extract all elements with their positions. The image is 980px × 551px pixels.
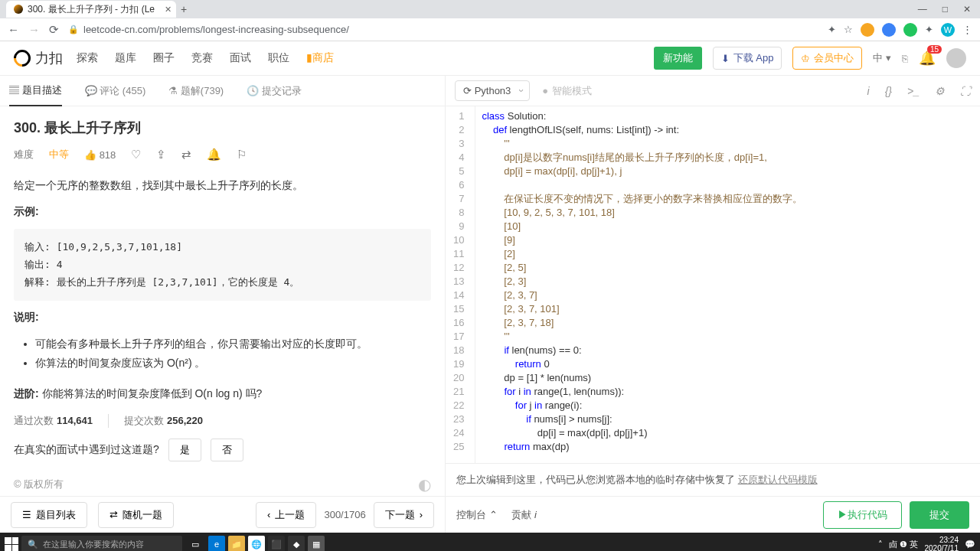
playground-icon[interactable]: ⎘: [902, 53, 908, 64]
like-button[interactable]: 👍 818: [84, 149, 116, 161]
code-editor[interactable]: 1234567891011121314151617181920212223242…: [446, 106, 980, 463]
taskbar-app[interactable]: ◆: [288, 536, 305, 551]
taskbar-app[interactable]: 🌐: [248, 536, 265, 551]
pass-count: 通过次数114,641: [14, 414, 93, 428]
extensions-icon[interactable]: ✦: [925, 24, 933, 35]
language-select[interactable]: ⟳ Python3: [455, 80, 530, 101]
right-panel: ⟳ Python3 ● 智能模式 i {} >_ ⚙ ⛶ 12345678910…: [446, 76, 980, 533]
tab-description[interactable]: ▤ 题目描述: [9, 83, 62, 106]
restore-default-link[interactable]: 还原默认代码模版: [738, 474, 818, 485]
terminal-icon[interactable]: >_: [907, 85, 920, 97]
console-toggle[interactable]: 控制台 ⌃: [456, 508, 498, 522]
new-tab-button[interactable]: +: [181, 3, 187, 15]
task-view-icon[interactable]: ▭: [191, 540, 199, 549]
submit-button[interactable]: 提交: [910, 501, 969, 529]
logo-icon: [10, 46, 34, 70]
next-button[interactable]: 下一题 ›: [374, 502, 434, 528]
braces-icon[interactable]: {}: [885, 85, 892, 97]
info-icon[interactable]: i: [867, 85, 870, 97]
difficulty-badge: 中等: [49, 148, 69, 161]
nav-jobs[interactable]: 职位: [268, 51, 289, 65]
tray-chevron-icon[interactable]: ˄: [878, 540, 883, 549]
taskbar-clock[interactable]: 23:242020/7/11: [925, 536, 959, 551]
ext-icon[interactable]: ☆: [844, 24, 853, 35]
contribute-link[interactable]: 贡献 i: [511, 508, 537, 522]
ext-icon[interactable]: [861, 23, 874, 37]
tray-ime[interactable]: 㔽 ❶ 英: [889, 539, 918, 550]
random-button[interactable]: ⇄ 随机一题: [98, 502, 174, 528]
download-app-button[interactable]: ⬇ 下载 App: [713, 47, 782, 70]
site-header: 力扣 探索 题库 圈子 竞赛 面试 职位 ▮商店 新功能 ⬇ 下载 App ♔ …: [0, 41, 980, 76]
copyright-text: © 版权所有: [14, 478, 64, 491]
seen-question: 在真实的面试中遇到过这道题?: [14, 443, 159, 457]
nav-problems[interactable]: 题库: [115, 51, 136, 65]
tab-comments[interactable]: 💬 评论 (455): [85, 84, 146, 98]
problem-tabs: ▤ 题目描述 💬 评论 (455) ⚗ 题解(739) 🕓 提交记录: [0, 76, 445, 106]
taskbar-app[interactable]: ▦: [308, 536, 325, 551]
logo[interactable]: 力扣: [14, 49, 63, 67]
left-panel: ▤ 题目描述 💬 评论 (455) ⚗ 题解(739) 🕓 提交记录 300. …: [0, 76, 446, 533]
ext-icon[interactable]: ✦: [828, 24, 836, 35]
bell-icon[interactable]: 🔔: [207, 148, 221, 161]
ext-icon[interactable]: [882, 23, 896, 37]
taskbar-app[interactable]: 📁: [228, 536, 245, 551]
back-button[interactable]: ←: [8, 23, 19, 36]
nav-store[interactable]: ▮商店: [306, 51, 334, 65]
leetcode-icon: ◐: [418, 475, 431, 494]
window-maximize-icon[interactable]: □: [942, 4, 948, 15]
window-minimize-icon[interactable]: —: [918, 4, 927, 15]
forward-button[interactable]: →: [28, 23, 40, 36]
member-center-button[interactable]: ♔ 会员中心: [792, 47, 862, 70]
share-icon[interactable]: ⇪: [156, 148, 166, 161]
taskbar-search[interactable]: 🔍 在这里输入你要搜索的内容: [21, 536, 182, 551]
problem-counter: 300/1706: [324, 509, 365, 520]
windows-taskbar: 🔍 在这里输入你要搜索的内容 ▭ e 📁 🌐 ⬛ ◆ ▦ ˄ 㔽 ❶ 英 23:…: [0, 533, 980, 551]
example-block: 输入: [10,9,2,5,3,7,101,18] 输出: 4 解释: 最长的上…: [14, 229, 431, 301]
switch-icon[interactable]: ⇄: [181, 148, 191, 161]
notification-center-icon[interactable]: 💬: [965, 540, 975, 549]
browser-toolbar: ← → ⟳ 🔒 leetcode-cn.com/problems/longest…: [0, 18, 980, 41]
window-close-icon[interactable]: ✕: [963, 4, 971, 15]
main-nav: 探索 题库 圈子 竞赛 面试 职位 ▮商店: [77, 51, 334, 65]
new-feature-button[interactable]: 新功能: [654, 47, 702, 70]
fullscreen-icon[interactable]: ⛶: [960, 85, 971, 97]
prev-button[interactable]: ‹ 上一题: [256, 502, 316, 528]
reload-button[interactable]: ⟳: [49, 23, 59, 37]
submit-count: 提交次数256,220: [124, 414, 203, 428]
browser-tab-strip: 300. 最长上升子序列 - 力扣 (Le ✕ + — □ ✕: [0, 0, 980, 18]
ext-icon[interactable]: [903, 23, 917, 37]
notifications-button[interactable]: 🔔15: [919, 50, 936, 67]
lang-switch[interactable]: 中 ▾: [873, 51, 891, 65]
run-code-button[interactable]: ▶执行代码: [823, 501, 902, 529]
problem-list-button[interactable]: ☰ 题目列表: [11, 502, 87, 528]
tab-close-icon[interactable]: ✕: [165, 5, 172, 15]
profile-icon[interactable]: W: [941, 23, 955, 37]
nav-circle[interactable]: 圈子: [153, 51, 175, 65]
taskbar-app[interactable]: e: [208, 536, 225, 551]
tab-solutions[interactable]: ⚗ 题解(739): [168, 84, 224, 98]
smart-mode-toggle[interactable]: ● 智能模式: [542, 84, 592, 98]
settings-icon[interactable]: ⚙: [935, 85, 945, 97]
url-text: leetcode-cn.com/problems/longest-increas…: [83, 24, 349, 35]
nav-contest[interactable]: 竞赛: [191, 51, 213, 65]
avatar[interactable]: [946, 48, 966, 68]
restore-notice: 您上次编辑到这里，代码已从您浏览器本地的临时存储中恢复了 还原默认代码模版: [446, 463, 980, 496]
feedback-icon[interactable]: ⚐: [237, 148, 247, 161]
tab-favicon: [14, 5, 23, 14]
start-button[interactable]: [5, 537, 18, 551]
favorite-icon[interactable]: ♡: [131, 148, 141, 161]
note-item: 可能会有多种最长上升子序列的组合，你只需要输出对应的长度即可。: [35, 334, 431, 354]
tab-submissions[interactable]: 🕓 提交记录: [247, 84, 302, 98]
problem-intro: 给定一个无序的整数数组，找到其中最长上升子序列的长度。: [14, 177, 431, 195]
nav-interview[interactable]: 面试: [230, 51, 251, 65]
seen-yes-button[interactable]: 是: [168, 439, 201, 461]
taskbar-app[interactable]: ⬛: [268, 536, 285, 551]
nav-explore[interactable]: 探索: [77, 51, 98, 65]
left-footer: ☰ 题目列表 ⇄ 随机一题 ‹ 上一题 300/1706 下一题 ›: [0, 496, 445, 533]
seen-no-button[interactable]: 否: [211, 439, 243, 461]
address-bar[interactable]: 🔒 leetcode-cn.com/problems/longest-incre…: [68, 24, 818, 35]
lock-icon: 🔒: [68, 24, 79, 34]
problem-body: 300. 最长上升子序列 难度 中等 👍 818 ♡ ⇪ ⇄ 🔔 ⚐ 给定一个无…: [0, 106, 445, 496]
browser-tab[interactable]: 300. 最长上升子序列 - 力扣 (Le ✕: [6, 1, 176, 18]
chrome-menu-icon[interactable]: ⋮: [962, 24, 972, 35]
